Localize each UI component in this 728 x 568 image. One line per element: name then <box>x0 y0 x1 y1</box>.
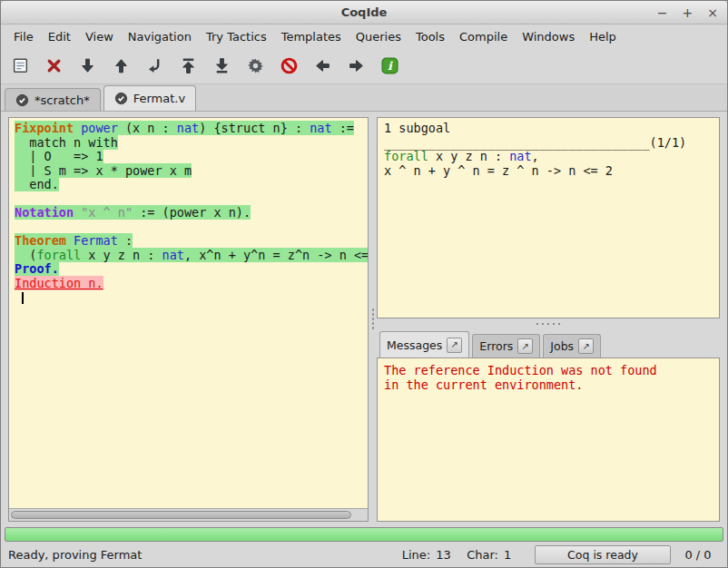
step-forward-icon <box>78 56 97 75</box>
window-controls: −+× <box>657 1 718 24</box>
settings-icon <box>246 56 265 75</box>
settings-button[interactable] <box>243 54 267 78</box>
go-to-end-button[interactable] <box>210 54 233 78</box>
vertical-splitter[interactable] <box>369 117 377 522</box>
menu-templates[interactable]: Templates <box>274 27 349 46</box>
minimize-button[interactable]: − <box>657 6 668 19</box>
console-tab-jobs[interactable]: Jobs↗ <box>543 334 601 357</box>
main-area: Fixpoint power (x n : nat) {struct n} : … <box>1 112 727 525</box>
menu-view[interactable]: View <box>78 27 121 46</box>
detach-icon[interactable]: ↗ <box>517 338 533 354</box>
code-line <box>15 192 362 207</box>
horizontal-splitter[interactable] <box>377 318 720 329</box>
console-pane: Messages↗Errors↗Jobs↗ The reference Indu… <box>377 329 720 522</box>
window-title: CoqIde <box>1 5 727 19</box>
console-tab-label: Jobs <box>550 339 574 353</box>
titlebar[interactable]: CoqIde −+× <box>1 1 727 24</box>
line-label: Line: <box>402 548 430 562</box>
code-line: end. <box>15 178 362 192</box>
menu-edit[interactable]: Edit <box>41 27 78 46</box>
menu-help[interactable]: Help <box>582 27 624 46</box>
code-line: (forall x y z n : nat, x^n + y^n = z^n -… <box>15 249 362 263</box>
new-buffer-icon <box>11 56 30 75</box>
coq-state-text: Coq is ready <box>567 548 638 562</box>
text-caret <box>22 292 24 304</box>
previous-button[interactable] <box>310 54 334 78</box>
console-tab-label: Messages <box>387 338 442 352</box>
editor-tabbar: *scratch*Fermat.v <box>1 84 727 112</box>
script-editor[interactable]: Fixpoint power (x n : nat) {struct n} : … <box>9 118 368 508</box>
script-pane: Fixpoint power (x n : nat) {struct n} : … <box>8 117 369 522</box>
about-icon: i <box>380 56 399 75</box>
code-line: x ^ n + y ^ n = z ^ n -> n <= 2 <box>384 164 713 179</box>
goto-cursor-button[interactable] <box>143 54 166 78</box>
progress-bar <box>5 527 723 542</box>
code-line: Theorem Fermat : <box>15 234 362 249</box>
console-tab-errors[interactable]: Errors↗ <box>472 334 540 357</box>
goto-cursor-icon <box>145 56 164 75</box>
code-line: | S m => x * power x m <box>15 164 362 179</box>
next-icon <box>347 56 366 75</box>
char-label: Char: <box>467 548 498 562</box>
detach-icon[interactable]: ↗ <box>447 338 462 353</box>
close-button[interactable] <box>42 54 65 78</box>
previous-icon <box>313 56 332 75</box>
step-backward-button[interactable] <box>109 54 133 78</box>
tab-fermat-v[interactable]: Fermat.v <box>103 85 196 111</box>
code-line: The reference Induction was not found <box>384 363 713 377</box>
about-button[interactable]: i <box>378 54 401 78</box>
interrupt-button[interactable] <box>277 54 300 78</box>
next-button[interactable] <box>344 54 368 78</box>
tab--scratch-[interactable]: *scratch* <box>5 88 101 111</box>
coq-state-indicator: Coq is ready <box>535 545 671 564</box>
messages-view: The reference Induction was not foundin … <box>377 357 720 522</box>
code-line <box>15 290 362 305</box>
coqide-window: CoqIde −+× FileEditViewNavigationTry Tac… <box>0 0 728 568</box>
goal-pane: 1 subgoal_______________________________… <box>377 117 720 318</box>
go-to-start-button[interactable] <box>176 54 200 78</box>
console-tab-label: Errors <box>479 339 513 353</box>
line-value: 13 <box>436 548 452 562</box>
scrollbar-thumb[interactable] <box>11 511 351 519</box>
menu-navigation[interactable]: Navigation <box>121 27 199 46</box>
menu-compile[interactable]: Compile <box>452 27 515 46</box>
menu-tools[interactable]: Tools <box>408 27 452 46</box>
maximize-button[interactable]: + <box>683 6 694 19</box>
saved-check-icon <box>114 92 128 105</box>
go-to-end-icon <box>212 56 231 75</box>
code-line: in the current environment. <box>384 377 713 392</box>
code-line: Notation "x ^ n" := (power x n). <box>15 206 362 220</box>
code-line: Induction n. <box>15 277 362 291</box>
splitter-grip-icon <box>535 322 562 326</box>
statusbar: Ready, proving Fermat Line: 13 Char: 1 C… <box>1 543 727 567</box>
code-line: 1 subgoal <box>384 122 713 136</box>
char-value: 1 <box>504 548 520 562</box>
menu-windows[interactable]: Windows <box>515 27 582 46</box>
code-line: | O => 1 <box>15 150 362 164</box>
step-forward-button[interactable] <box>75 54 99 78</box>
right-column: 1 subgoal_______________________________… <box>377 117 720 522</box>
code-line: ____________________________________(1/1… <box>384 136 713 151</box>
saved-check-icon <box>15 93 29 107</box>
code-line: forall x y z n : nat, <box>384 150 713 164</box>
code-line <box>15 220 362 235</box>
toolbar: i <box>1 48 727 84</box>
console-tab-messages[interactable]: Messages↗ <box>379 331 469 357</box>
splitter-grip-icon <box>371 308 375 331</box>
go-to-start-icon <box>179 56 198 75</box>
code-line: Proof. <box>15 262 362 277</box>
detach-icon[interactable]: ↗ <box>578 338 594 354</box>
menu-queries[interactable]: Queries <box>349 27 408 46</box>
menubar: FileEditViewNavigationTry TacticsTemplat… <box>1 24 727 48</box>
status-text: Ready, proving Fermat <box>8 548 142 562</box>
tab-label: Fermat.v <box>133 92 185 105</box>
code-line: match n with <box>15 136 362 151</box>
new-buffer-button[interactable] <box>8 54 32 78</box>
menu-file[interactable]: File <box>6 27 41 46</box>
jobs-counter: 0 / 0 <box>676 548 720 562</box>
close-button[interactable]: × <box>707 6 718 19</box>
code-line: Fixpoint power (x n : nat) {struct n} : … <box>15 122 362 136</box>
menu-try-tactics[interactable]: Try Tactics <box>199 27 274 46</box>
horizontal-scrollbar[interactable] <box>9 508 368 521</box>
tab-label: *scratch* <box>34 93 90 107</box>
